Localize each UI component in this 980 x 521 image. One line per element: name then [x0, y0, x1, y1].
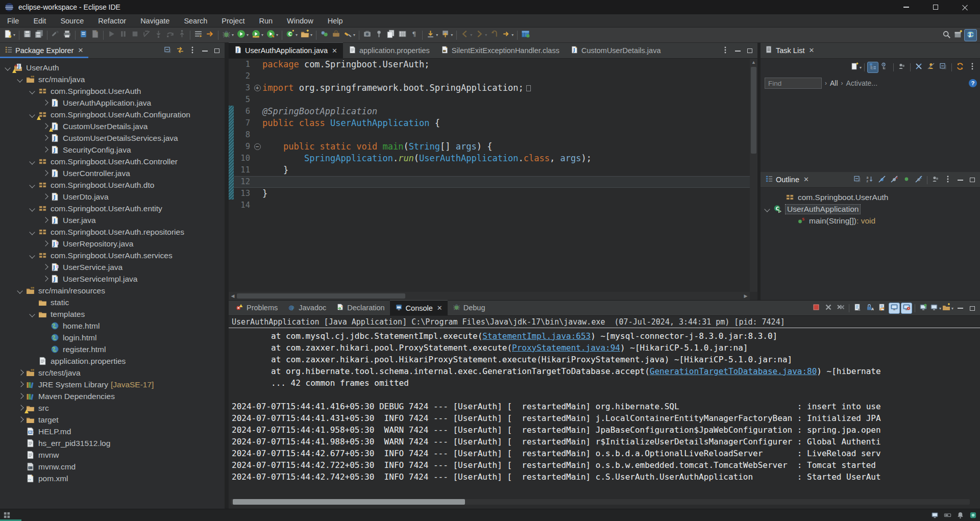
pin-console-button[interactable]	[918, 303, 929, 314]
code-line-12[interactable]: 12	[229, 176, 757, 188]
code-line-5[interactable]: 5	[229, 94, 757, 106]
dropdown-arrow-icon[interactable]: ▾	[451, 33, 453, 37]
debug-button[interactable]: ▾	[220, 29, 235, 41]
tree-item-src-main-java[interactable]: src/main/java	[0, 73, 225, 85]
tree-item-mvnw-cmd[interactable]: ›_mvnw.cmd	[0, 461, 225, 473]
tree-item-userservice-java[interactable]: JIUserService.java	[0, 261, 225, 273]
dropdown-arrow-icon[interactable]: ▾	[276, 33, 278, 37]
console-tab-problems[interactable]: Problems	[231, 300, 283, 315]
maximize-button[interactable]	[744, 45, 755, 57]
chevron-right-icon[interactable]	[41, 169, 49, 178]
stacktrace-link[interactable]: GenerationTargetToDatabase.java:80	[650, 366, 817, 376]
code-line-2[interactable]: 2	[229, 70, 757, 82]
chevron-down-icon[interactable]	[16, 287, 24, 295]
tree-item-userdto-java[interactable]: JUserDto.java	[0, 191, 225, 203]
hide-fields-button[interactable]	[876, 175, 888, 186]
minimize-button[interactable]	[199, 45, 210, 57]
activate-button[interactable]: Activate...	[846, 79, 877, 87]
tree-item-login-html[interactable]: login.html	[0, 332, 225, 343]
all-filter-button[interactable]: All	[830, 79, 838, 87]
dropdown-arrow-icon[interactable]: ▾	[470, 33, 472, 37]
menu-search[interactable]: Search	[177, 15, 214, 27]
chevron-right-icon[interactable]	[41, 134, 49, 142]
chevron-down-icon[interactable]	[29, 228, 37, 236]
show-table-button[interactable]	[397, 29, 408, 41]
tree-item-userserviceimpl-java[interactable]: JUserServiceImpl.java	[0, 273, 225, 285]
stacktrace-link[interactable]: StatementImpl.java:653	[482, 331, 591, 341]
menu-refactor[interactable]: Refactor	[91, 15, 133, 27]
editor-tab-application-properties[interactable]: application.properties	[343, 42, 435, 58]
view-menu-button[interactable]	[720, 45, 731, 57]
code-line-1[interactable]: 1package com.Springboot.UserAuth;	[229, 59, 757, 70]
chevron-right-icon[interactable]	[41, 240, 49, 248]
sort-button[interactable]: az	[864, 175, 875, 186]
outline-item-userauthapplication[interactable]: CUserAuthApplication	[761, 203, 980, 215]
tree-item-templates[interactable]: templates	[0, 308, 225, 320]
open-type-button[interactable]	[318, 29, 330, 41]
tree-item-src-main-resources[interactable]: src/main/resources	[0, 285, 225, 296]
maximize-button[interactable]	[211, 45, 223, 57]
chevron-right-icon[interactable]	[41, 122, 49, 131]
close-icon[interactable]: ✕	[803, 176, 809, 183]
link-with-editor-button[interactable]	[175, 45, 186, 57]
console-tab-declaration[interactable]: eDeclaration	[331, 300, 389, 315]
synchronize-button[interactable]	[954, 62, 966, 73]
code-line-10[interactable]: 10 SpringApplication.run(UserAuthApplica…	[229, 153, 757, 164]
external-tools-button[interactable]	[330, 29, 342, 41]
tree-item-user-java[interactable]: JUser.java	[0, 214, 225, 226]
close-icon[interactable]: ✕	[332, 47, 337, 55]
build-all-button[interactable]	[50, 29, 61, 41]
scroll-up-arrow-icon[interactable]: ▲	[750, 59, 757, 66]
collapse-all-button[interactable]	[938, 62, 949, 73]
clear-console-button[interactable]	[852, 303, 863, 314]
code-line-14[interactable]: 14	[229, 200, 757, 211]
show-whitespace-button[interactable]: ¶	[408, 29, 420, 41]
tree-item-hs-err-pid31512-log[interactable]: hs_err_pid31512.log	[0, 437, 225, 449]
step-over-button[interactable]	[164, 29, 176, 41]
menu-run[interactable]: Run	[252, 15, 280, 27]
close-icon[interactable]: ✕	[808, 46, 814, 54]
dropdown-arrow-icon[interactable]: ▾	[511, 33, 513, 37]
suspend-button[interactable]	[117, 29, 129, 41]
open-task-button[interactable]	[78, 29, 89, 41]
minimize-button[interactable]	[954, 303, 966, 314]
help-icon[interactable]: ?	[969, 79, 977, 87]
dropdown-arrow-icon[interactable]: ▾	[353, 33, 355, 37]
chevron-right-icon[interactable]	[41, 193, 49, 201]
outline-item-main-string-[interactable]: Smain(String[]) : void	[761, 215, 980, 227]
new-task-button[interactable]: ▾	[850, 62, 862, 73]
chevron-right-icon[interactable]	[41, 275, 49, 283]
chevron-right-icon[interactable]	[16, 392, 24, 401]
code-line-9[interactable]: 9− public static void main(String[] args…	[229, 141, 757, 153]
collapse-all-button[interactable]	[852, 175, 863, 186]
tree-item-customuserdetailsservices-java[interactable]: JCustomUserDetailsServices.java	[0, 132, 225, 144]
dropdown-arrow-icon[interactable]: ▾	[296, 33, 298, 37]
word-wrap-button[interactable]	[876, 303, 888, 314]
chevron-down-icon[interactable]	[29, 181, 37, 189]
tree-item-application-properties[interactable]: application.properties	[0, 355, 225, 367]
chevron-down-icon[interactable]	[29, 252, 37, 260]
chevron-right-icon[interactable]	[16, 416, 24, 424]
tree-item-userauthapplication-java[interactable]: JUserAuthApplication.java	[0, 97, 225, 109]
hide-static-members-button[interactable]: S	[889, 175, 900, 186]
scheduled-view-button[interactable]	[879, 62, 891, 73]
tree-item-usercontroller-java[interactable]: JUserController.java	[0, 167, 225, 179]
menu-navigate[interactable]: Navigate	[133, 15, 177, 27]
dropdown-arrow-icon[interactable]: ▾	[247, 33, 249, 37]
tree-item-src-test-java[interactable]: src/test/java	[0, 367, 225, 379]
view-menu-button[interactable]	[942, 175, 953, 186]
tree-item-register-html[interactable]: register.html	[0, 343, 225, 355]
task-presentation-button[interactable]	[896, 62, 908, 73]
new-wizard-button[interactable]: ▾	[2, 29, 17, 41]
resume-orange-button[interactable]	[204, 29, 216, 41]
chevron-right-icon[interactable]	[16, 381, 24, 389]
editor-code-area[interactable]: 1package com.Springboot.UserAuth;23+impo…	[229, 59, 757, 292]
save-all-button[interactable]	[33, 29, 45, 41]
new-java-project-button[interactable]: ▾	[299, 29, 314, 41]
close-icon[interactable]: ✕	[78, 46, 83, 54]
open-perspective-small-button[interactable]	[520, 29, 531, 41]
maximize-button[interactable]	[967, 303, 978, 314]
chevron-down-icon[interactable]	[29, 158, 37, 166]
maximize-window-button[interactable]	[921, 0, 950, 14]
step-return-button[interactable]	[176, 29, 188, 41]
